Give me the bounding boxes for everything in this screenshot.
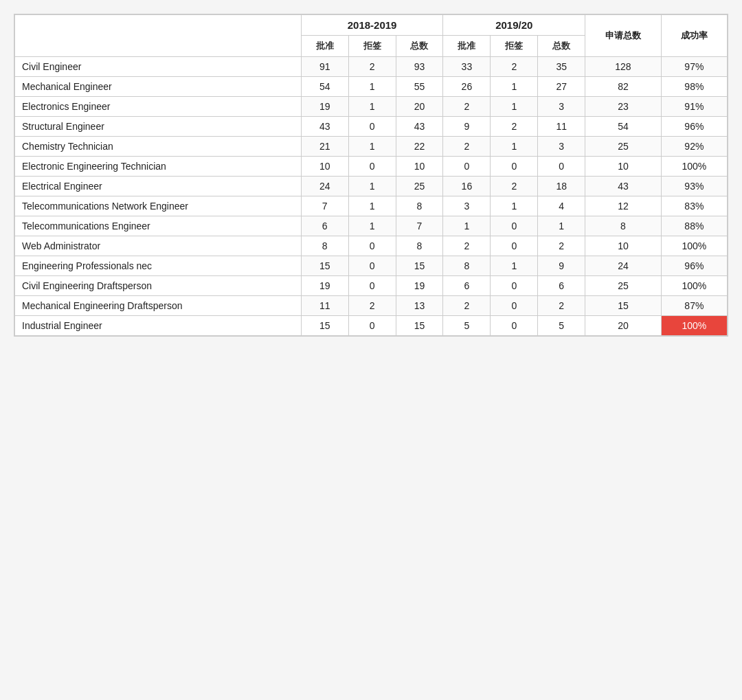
data-cell: 1 bbox=[491, 196, 538, 216]
year2-header: 2019/20 bbox=[443, 15, 585, 36]
empty-header bbox=[15, 15, 302, 57]
job-title-cell: Engineering Professionals nec bbox=[15, 256, 302, 276]
success-rate-cell: 92% bbox=[661, 137, 727, 157]
data-cell: 0 bbox=[491, 316, 538, 336]
data-cell: 2 bbox=[538, 296, 585, 316]
success-rate-cell: 88% bbox=[661, 216, 727, 236]
data-cell: 2 bbox=[348, 296, 396, 316]
data-cell: 20 bbox=[585, 316, 662, 336]
data-cell: 2 bbox=[491, 117, 538, 137]
success-rate-header: 成功率 bbox=[661, 15, 727, 57]
data-cell: 10 bbox=[301, 157, 348, 177]
job-title-cell: Industrial Engineer bbox=[15, 316, 302, 336]
data-cell: 15 bbox=[301, 316, 348, 336]
data-cell: 11 bbox=[301, 296, 348, 316]
data-cell: 128 bbox=[585, 57, 662, 77]
data-cell: 1 bbox=[491, 97, 538, 117]
data-cell: 15 bbox=[585, 296, 662, 316]
data-cell: 3 bbox=[538, 137, 585, 157]
data-cell: 0 bbox=[348, 316, 396, 336]
table-row: Telecommunications Engineer617101888% bbox=[15, 216, 728, 236]
data-cell: 1 bbox=[348, 97, 396, 117]
job-title-cell: Mechanical Engineer bbox=[15, 77, 302, 97]
data-cell: 24 bbox=[301, 177, 348, 196]
data-cell: 35 bbox=[538, 57, 585, 77]
data-cell: 2 bbox=[443, 97, 491, 117]
success-rate-cell: 96% bbox=[661, 256, 727, 276]
data-cell: 25 bbox=[585, 276, 662, 296]
main-table-container: 2018-2019 2019/20 申请总数 成功率 批准 拒签 总数 批准 拒… bbox=[14, 14, 728, 337]
table-row: Electrical Engineer24125162184393% bbox=[15, 177, 728, 196]
data-cell: 33 bbox=[443, 57, 491, 77]
table-row: Civil Engineering Draftsperson1901960625… bbox=[15, 276, 728, 296]
data-cell: 16 bbox=[443, 177, 491, 196]
data-cell: 1 bbox=[491, 77, 538, 97]
data-cell: 11 bbox=[538, 117, 585, 137]
y2-approve-header: 批准 bbox=[443, 36, 491, 57]
data-cell: 23 bbox=[585, 97, 662, 117]
success-rate-cell: 96% bbox=[661, 117, 727, 137]
data-cell: 1 bbox=[491, 256, 538, 276]
data-cell: 6 bbox=[443, 276, 491, 296]
header-row-years: 2018-2019 2019/20 申请总数 成功率 bbox=[15, 15, 728, 36]
data-cell: 10 bbox=[585, 157, 662, 177]
data-cell: 3 bbox=[443, 196, 491, 216]
data-cell: 3 bbox=[538, 97, 585, 117]
data-cell: 0 bbox=[348, 117, 396, 137]
data-cell: 19 bbox=[301, 276, 348, 296]
data-cell: 6 bbox=[301, 216, 348, 236]
data-cell: 13 bbox=[396, 296, 443, 316]
job-title-cell: Chemistry Technician bbox=[15, 137, 302, 157]
data-cell: 0 bbox=[348, 157, 396, 177]
data-cell: 10 bbox=[585, 236, 662, 256]
job-title-cell: Civil Engineering Draftsperson bbox=[15, 276, 302, 296]
y1-reject-header: 拒签 bbox=[348, 36, 396, 57]
data-cell: 12 bbox=[585, 196, 662, 216]
data-cell: 5 bbox=[538, 316, 585, 336]
table-row: Mechanical Engineering Draftsperson11213… bbox=[15, 296, 728, 316]
success-rate-cell: 100% bbox=[661, 157, 727, 177]
data-cell: 9 bbox=[443, 117, 491, 137]
data-cell: 8 bbox=[396, 236, 443, 256]
data-cell: 1 bbox=[538, 216, 585, 236]
data-cell: 1 bbox=[348, 177, 396, 196]
data-cell: 2 bbox=[348, 57, 396, 77]
table-row: Telecommunications Network Engineer71831… bbox=[15, 196, 728, 216]
data-cell: 91 bbox=[301, 57, 348, 77]
data-cell: 19 bbox=[396, 276, 443, 296]
data-cell: 2 bbox=[443, 236, 491, 256]
y1-approve-header: 批准 bbox=[301, 36, 348, 57]
job-title-cell: Web Administrator bbox=[15, 236, 302, 256]
table-row: Web Administrator80820210100% bbox=[15, 236, 728, 256]
success-rate-cell: 91% bbox=[661, 97, 727, 117]
data-cell: 43 bbox=[396, 117, 443, 137]
data-cell: 8 bbox=[301, 236, 348, 256]
table-body: Civil Engineer912933323512897%Mechanical… bbox=[15, 57, 728, 336]
job-title-cell: Telecommunications Engineer bbox=[15, 216, 302, 236]
y2-total-header: 总数 bbox=[538, 36, 585, 57]
data-cell: 0 bbox=[491, 216, 538, 236]
data-cell: 1 bbox=[348, 77, 396, 97]
data-cell: 54 bbox=[301, 77, 348, 97]
data-cell: 5 bbox=[443, 316, 491, 336]
y2-reject-header: 拒签 bbox=[491, 36, 538, 57]
job-title-cell: Civil Engineer bbox=[15, 57, 302, 77]
job-title-cell: Telecommunications Network Engineer bbox=[15, 196, 302, 216]
data-cell: 2 bbox=[443, 137, 491, 157]
data-cell: 43 bbox=[301, 117, 348, 137]
data-cell: 26 bbox=[443, 77, 491, 97]
total-apps-header: 申请总数 bbox=[585, 15, 662, 57]
data-cell: 25 bbox=[585, 137, 662, 157]
data-cell: 8 bbox=[396, 196, 443, 216]
data-cell: 19 bbox=[301, 97, 348, 117]
success-rate-cell: 87% bbox=[661, 296, 727, 316]
success-rate-cell: 93% bbox=[661, 177, 727, 196]
table-row: Mechanical Engineer54155261278298% bbox=[15, 77, 728, 97]
data-cell: 2 bbox=[491, 57, 538, 77]
data-cell: 25 bbox=[396, 177, 443, 196]
data-cell: 21 bbox=[301, 137, 348, 157]
success-rate-cell: 100% bbox=[661, 276, 727, 296]
success-rate-cell: 97% bbox=[661, 57, 727, 77]
data-cell: 0 bbox=[491, 236, 538, 256]
data-cell: 2 bbox=[443, 296, 491, 316]
